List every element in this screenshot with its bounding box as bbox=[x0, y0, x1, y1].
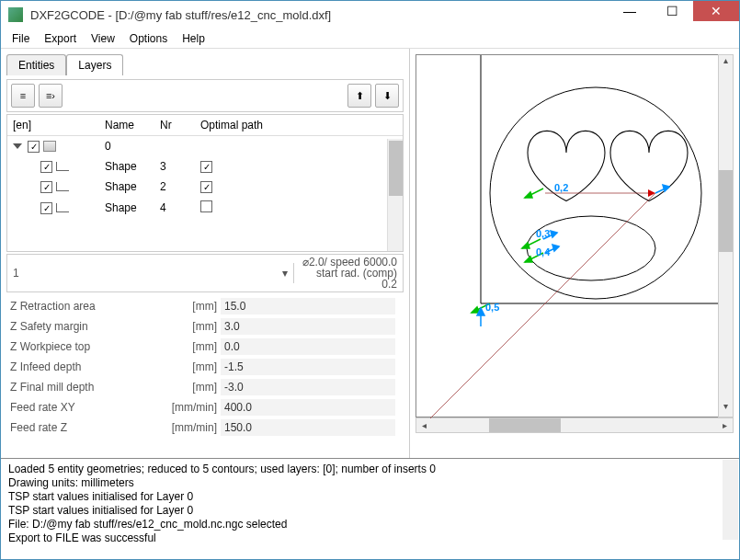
preview-panel: 0,2 0,3 0,4 0,5 ▴▾ ◂▸ bbox=[410, 49, 739, 458]
svg-marker-22 bbox=[648, 189, 655, 197]
menu-help[interactable]: Help bbox=[182, 32, 205, 45]
svg-marker-7 bbox=[525, 192, 532, 198]
layer-toolbar: ≡ ≡› ⬆ ⬇ bbox=[6, 79, 404, 112]
param-row: Feed rate XY[mm/min]400.0 bbox=[6, 397, 404, 417]
move-up-icon[interactable]: ⬆ bbox=[347, 84, 371, 108]
svg-marker-13 bbox=[472, 307, 479, 313]
z-infeed-field[interactable]: -1.5 bbox=[221, 359, 395, 375]
checkbox[interactable] bbox=[200, 200, 212, 212]
menu-export[interactable]: Export bbox=[44, 32, 76, 45]
z-finalmill-field[interactable]: -3.0 bbox=[221, 379, 395, 395]
menu-view[interactable]: View bbox=[91, 32, 115, 45]
svg-marker-17 bbox=[551, 231, 557, 237]
param-row: Z Workpiece top[mm]0.0 bbox=[6, 337, 404, 357]
move-down-icon[interactable]: ⬇ bbox=[375, 84, 399, 108]
z-workpiece-field[interactable]: 0.0 bbox=[221, 338, 395, 355]
layer-selector-row: 1▾ ⌀2.0/ speed 6000.0start rad. (comp) 0… bbox=[6, 254, 404, 292]
layer-tree[interactable]: [en] Name Nr Optimal path 0 Shape 3 Shap… bbox=[6, 114, 404, 252]
tab-layers[interactable]: Layers bbox=[66, 54, 123, 75]
log-line: TSP start values initialised for Layer 0 bbox=[8, 504, 732, 518]
param-row: Z Safety margin[mm]3.0 bbox=[6, 316, 404, 337]
table-row[interactable]: 0 bbox=[7, 136, 403, 156]
shape-icon bbox=[56, 203, 69, 212]
svg-marker-11 bbox=[525, 257, 532, 262]
log-line: TSP start values initialised for Layer 0 bbox=[8, 490, 732, 504]
svg-text:0,5: 0,5 bbox=[485, 302, 499, 313]
app-icon bbox=[8, 7, 23, 22]
tab-entities[interactable]: Entities bbox=[6, 54, 66, 75]
table-row[interactable]: Shape 4 bbox=[7, 197, 403, 219]
shape-icon bbox=[56, 182, 69, 191]
log-line: Drawing units: millimeters bbox=[8, 476, 732, 490]
feed-z-field[interactable]: 150.0 bbox=[221, 419, 395, 436]
checkbox[interactable] bbox=[40, 181, 52, 193]
menu-bar: File Export View Options Help bbox=[1, 29, 739, 49]
titlebar: DXF2GCODE - [D:/@my fab stuff/res/e12_cn… bbox=[1, 1, 739, 29]
param-row: Z Final mill depth[mm]-3.0 bbox=[6, 377, 404, 397]
z-retraction-field[interactable]: 15.0 bbox=[221, 298, 395, 314]
canvas-hscrollbar[interactable]: ◂▸ bbox=[416, 417, 734, 433]
menu-file[interactable]: File bbox=[12, 32, 29, 45]
canvas-vscrollbar[interactable]: ▴▾ bbox=[718, 54, 734, 417]
table-row[interactable]: Shape 2 bbox=[7, 177, 403, 197]
chevron-down-icon: ▾ bbox=[282, 267, 288, 280]
checkbox[interactable] bbox=[200, 181, 212, 193]
svg-marker-15 bbox=[663, 185, 669, 191]
left-panel: Entities Layers ≡ ≡› ⬆ ⬇ [en] Name Nr Op… bbox=[1, 49, 410, 458]
col-en: [en] bbox=[13, 119, 105, 131]
log-line: Export to FILE was successful bbox=[8, 531, 732, 545]
checkbox[interactable] bbox=[28, 141, 40, 153]
log-output: Loaded 5 entity geometries; reduced to 5… bbox=[1, 458, 739, 541]
expand-icon[interactable]: ≡› bbox=[39, 84, 63, 108]
svg-text:0,3: 0,3 bbox=[536, 228, 550, 239]
param-row: Z Infeed depth[mm]-1.5 bbox=[6, 357, 404, 377]
tree-scrollbar[interactable] bbox=[387, 139, 403, 251]
expand-icon[interactable] bbox=[13, 143, 22, 149]
minimize-button[interactable]: — bbox=[609, 1, 651, 21]
tool-info: ⌀2.0/ speed 6000.0start rad. (comp) 0.2 bbox=[294, 255, 403, 291]
layer-select[interactable]: 1▾ bbox=[7, 263, 294, 283]
maximize-button[interactable]: ☐ bbox=[651, 1, 693, 21]
layer-icon bbox=[43, 141, 56, 152]
checkbox[interactable] bbox=[40, 161, 52, 173]
menu-options[interactable]: Options bbox=[130, 32, 167, 45]
log-scrollbar[interactable] bbox=[723, 460, 738, 540]
shape-icon bbox=[56, 162, 69, 171]
log-line: File: D:/@my fab stuff/res/e12_cnc_mold.… bbox=[8, 518, 732, 531]
svg-text:0,2: 0,2 bbox=[554, 182, 568, 193]
window-title: DXF2GCODE - [D:/@my fab stuff/res/e12_cn… bbox=[30, 8, 331, 22]
checkbox[interactable] bbox=[200, 161, 212, 173]
svg-text:0,4: 0,4 bbox=[536, 246, 551, 257]
drawing-canvas[interactable]: 0,2 0,3 0,4 0,5 bbox=[416, 54, 734, 417]
table-row[interactable]: Shape 3 bbox=[7, 156, 403, 177]
params-panel: Z Retraction area[mm]15.0 Z Safety margi… bbox=[6, 296, 404, 438]
z-safety-field[interactable]: 3.0 bbox=[221, 318, 395, 335]
collapse-icon[interactable]: ≡ bbox=[11, 84, 35, 108]
col-nr: Nr bbox=[160, 119, 188, 131]
checkbox[interactable] bbox=[40, 202, 52, 214]
col-opt: Optimal path bbox=[188, 119, 289, 131]
log-line: Loaded 5 entity geometries; reduced to 5… bbox=[8, 463, 732, 476]
param-row: Feed rate Z[mm/min]150.0 bbox=[6, 417, 404, 438]
close-button[interactable]: ✕ bbox=[693, 1, 739, 21]
col-name: Name bbox=[105, 119, 160, 131]
svg-marker-9 bbox=[522, 243, 529, 248]
param-row: Z Retraction area[mm]15.0 bbox=[6, 296, 404, 316]
feed-xy-field[interactable]: 400.0 bbox=[221, 399, 395, 416]
svg-marker-19 bbox=[552, 245, 559, 251]
